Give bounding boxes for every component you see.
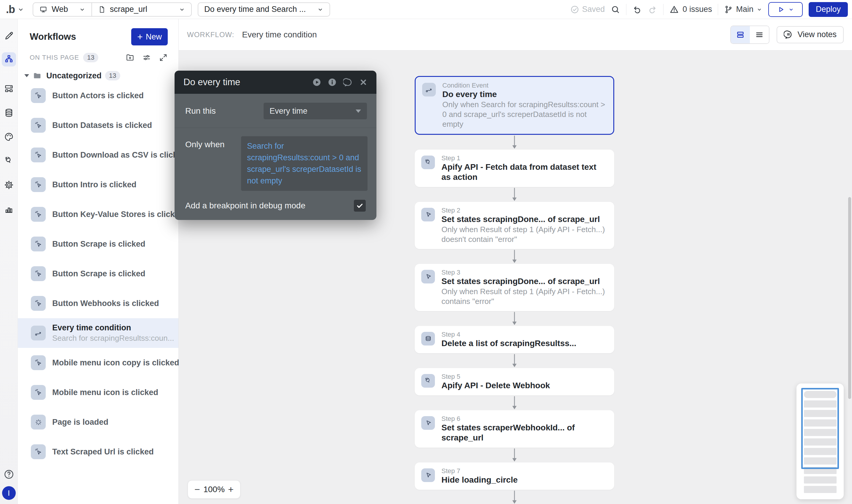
card-view-toggle[interactable] (731, 26, 750, 43)
workflow-list-item[interactable]: Button Datasets is clicked (18, 110, 178, 140)
help-icon[interactable] (3, 469, 15, 480)
step-title: Hide loading_circle (441, 475, 518, 485)
palette-icon[interactable] (4, 132, 14, 142)
workflow-item-label: Button Scrape is clicked (52, 269, 145, 278)
issues-indicator[interactable]: 0 issues (669, 5, 712, 14)
minimap[interactable] (797, 383, 844, 499)
avatar[interactable]: I (2, 486, 16, 500)
workflow-list-item[interactable]: Button Webhooks is clicked (18, 288, 178, 318)
workflow-list-item[interactable]: Button Intro is clicked (18, 170, 178, 199)
database-icon[interactable] (4, 108, 14, 118)
step-title: Set states scrapingDone... of scrape_url (441, 214, 606, 224)
close-icon[interactable] (359, 78, 367, 86)
divider (718, 4, 718, 15)
step-badge: Step 4 (441, 331, 576, 338)
logo-chevron-down-icon[interactable] (17, 6, 24, 13)
chevron-down-icon (757, 6, 762, 13)
issues-label: 0 issues (683, 5, 712, 14)
canvas-scrollbar[interactable] (848, 197, 851, 399)
workflow-steps: Condition Event Do every time Only when … (415, 76, 614, 504)
workflow-item-label: Text Scraped Url is clicked (52, 447, 154, 456)
cursor-click-icon (34, 448, 42, 456)
search-icon[interactable] (611, 5, 620, 14)
platform-dropdown[interactable]: Web (33, 3, 91, 16)
workflow-list-item[interactable]: Button Download as CSV is clicked (18, 140, 178, 170)
workflow-tree-icon[interactable] (2, 52, 16, 67)
workflow-list-item[interactable]: Button Scrape is clicked (18, 229, 178, 259)
step-badge: Step 6 (441, 415, 606, 423)
workflow-step-card[interactable]: Step 6 Set states scraperWebhookId... of… (415, 410, 614, 448)
branch-label: Main (736, 5, 754, 14)
workflow-label: WORKFLOW: (187, 31, 234, 39)
workflow-step-card[interactable]: Step 2 Set states scrapingDone... of scr… (415, 202, 614, 249)
saved-label: Saved (582, 5, 605, 14)
preview-button[interactable] (768, 2, 803, 17)
caret-down-icon[interactable] (24, 74, 29, 77)
workflows-panel: Workflows + New ON THIS PAGE 13 (18, 19, 179, 504)
plug-icon (424, 159, 432, 166)
canvas-header: WORKFLOW: Every time condition (179, 19, 852, 51)
view-notes-button[interactable]: View notes (777, 26, 844, 43)
list-view-toggle[interactable] (750, 26, 769, 43)
workflow-list-item[interactable]: Button Scrape is clicked (18, 259, 178, 288)
git-branch-icon (724, 5, 733, 14)
workflow-selector-dropdown[interactable]: Do every time and Search ... (198, 2, 330, 17)
workflow-step-card[interactable]: Step 5 Apify API - Delete Webhook (415, 368, 614, 395)
platform-label: Web (52, 5, 68, 14)
dialog-header[interactable]: Do every time (175, 71, 377, 94)
new-workflow-button[interactable]: + New (131, 28, 168, 46)
page-file-icon (98, 6, 106, 13)
info-icon[interactable] (328, 78, 337, 87)
undo-icon[interactable] (632, 5, 642, 14)
workflow-list-item[interactable]: Button Key-Value Stores is clicked (18, 199, 178, 229)
flow-arrow-icon (415, 353, 614, 368)
page-load-icon (34, 418, 42, 426)
workflow-step-card[interactable]: Step 4 Delete a list of scrapingResultss… (415, 326, 614, 353)
gear-icon[interactable] (4, 180, 14, 190)
stacked-cards-icon (736, 30, 745, 39)
components-icon[interactable] (4, 84, 14, 94)
workflow-list-item[interactable]: Mobile menu icon is clicked (18, 378, 178, 407)
folder-tree-row[interactable]: Uncategorized 13 (18, 71, 178, 81)
step-title: Apify API - Delete Webhook (441, 380, 550, 391)
workflow-list-item[interactable]: Text Scraped Url is clicked (18, 437, 178, 467)
redo-icon[interactable] (648, 5, 657, 14)
new-button-label: New (146, 32, 162, 41)
bubble-logo[interactable]: .b (6, 3, 15, 16)
workflow-list-item[interactable]: Page is loaded (18, 407, 178, 437)
workflow-list-item[interactable]: Button Actors is clicked (18, 81, 178, 110)
flow-arrow-icon (415, 135, 614, 149)
workflow-step-card[interactable]: Condition Event Do every time Only when … (415, 76, 614, 135)
breakpoint-checkbox[interactable] (354, 200, 366, 212)
pencil-icon[interactable] (4, 31, 14, 41)
step-badge: Step 1 (441, 154, 606, 162)
run-play-icon[interactable] (312, 78, 321, 87)
folder-plus-icon[interactable] (126, 53, 134, 62)
workflow-step-card[interactable]: Step 7 Hide loading_circle (415, 463, 614, 490)
caret-down-icon (356, 109, 361, 113)
workflow-item-label: Every time condition (52, 323, 174, 332)
only-when-expression[interactable]: Search for scrapingResultss:count > 0 an… (241, 136, 367, 191)
workflow-step-card[interactable]: Step 1 Apify API - Fetch data from datas… (415, 149, 614, 187)
flow-arrow-icon (415, 448, 614, 463)
event-property-dialog: Do every time Run this Eve (175, 71, 377, 220)
run-this-dropdown[interactable]: Every time (264, 103, 367, 119)
workflow-list-item[interactable]: Mobile menu icon copy is clicked (18, 348, 178, 378)
check-circle-icon (570, 5, 579, 14)
branch-selector[interactable]: Main (724, 5, 762, 14)
comment-bubble-icon[interactable] (343, 77, 353, 87)
deploy-button[interactable]: Deploy (809, 2, 848, 17)
workflow-step-card[interactable]: Step 3 Set states scrapingDone... of scr… (415, 264, 614, 311)
expand-icon[interactable] (159, 53, 168, 62)
zoom-out-button[interactable]: − (195, 485, 200, 494)
top-toolbar: .b Web scrape_url (0, 0, 852, 19)
minimap-viewport[interactable] (801, 388, 839, 469)
zoom-in-button[interactable]: + (228, 485, 234, 494)
filter-sliders-icon[interactable] (142, 53, 151, 62)
plugin-icon[interactable] (4, 156, 14, 166)
bar-chart-icon[interactable] (4, 204, 14, 214)
workflow-list-item[interactable]: Every time condition Search for scraping… (18, 318, 178, 348)
dialog-title: Do every time (183, 77, 240, 88)
step-title: Delete a list of scrapingResultss... (441, 338, 576, 348)
page-dropdown[interactable]: scrape_url (91, 3, 191, 16)
